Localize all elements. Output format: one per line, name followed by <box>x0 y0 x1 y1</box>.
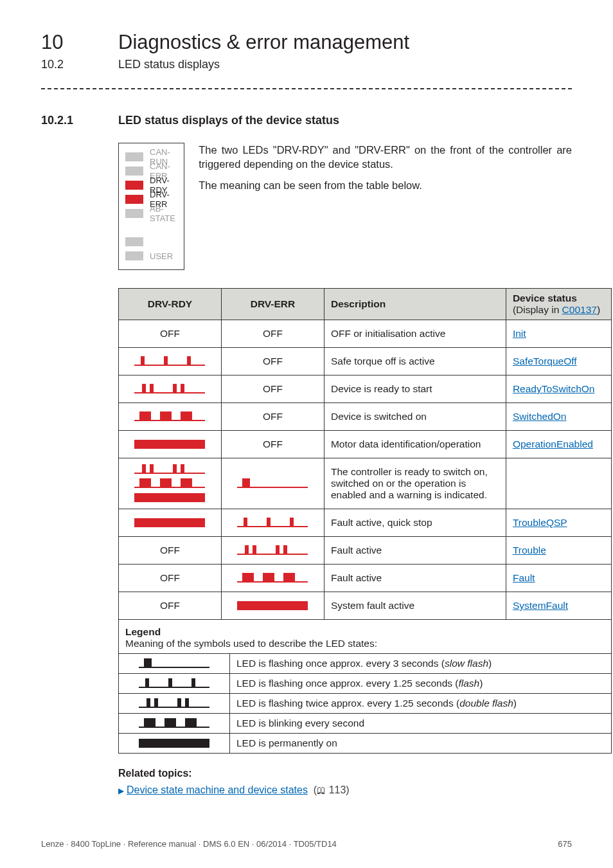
legend-row: LED is permanently on <box>119 734 611 754</box>
svg-rect-16 <box>173 464 177 473</box>
state-link[interactable]: SwitchedOn <box>513 411 567 422</box>
svg-rect-23 <box>134 493 205 502</box>
svg-rect-13 <box>134 440 205 449</box>
svg-rect-17 <box>181 464 184 473</box>
led-box <box>125 181 143 190</box>
svg-rect-27 <box>244 518 247 527</box>
link-device-state-machine[interactable]: Device state machine and device states <box>127 784 308 795</box>
cell-drv-rdy <box>119 348 222 375</box>
cell-drv-rdy <box>119 431 222 458</box>
svg-rect-26 <box>134 518 205 527</box>
related-item: ▶Device state machine and device states … <box>118 784 572 796</box>
legend-symbol <box>119 714 230 734</box>
svg-rect-15 <box>150 464 154 473</box>
svg-rect-10 <box>160 411 172 420</box>
footer-left: Lenze · 8400 TopLine · Reference manual … <box>41 839 337 849</box>
book-icon: 🕮 <box>317 785 326 795</box>
svg-rect-53 <box>164 718 176 727</box>
table-row: OFFMotor data identification/operationOp… <box>119 431 612 458</box>
cell-description: Device is switched on <box>324 403 506 431</box>
cell-drv-err <box>221 537 324 565</box>
table-row: OFFOFFOFF or initialisation activeInit <box>119 320 612 348</box>
state-link[interactable]: TroubleQSP <box>513 517 567 528</box>
table-row: OFFDevice is ready to startReadyToSwitch… <box>119 375 612 403</box>
svg-rect-0 <box>141 356 145 365</box>
legend-subtitle: Meaning of the symbols used to describe … <box>125 638 377 649</box>
legend-table: LED is flashing once approx. every 3 sec… <box>119 653 611 753</box>
state-link[interactable]: SafeTorqueOff <box>513 356 577 366</box>
page-ref: (🕮 113) <box>310 784 349 795</box>
svg-rect-19 <box>139 478 151 487</box>
table-row: OFFDevice is switched onSwitchedOn <box>119 403 612 431</box>
svg-rect-4 <box>142 384 146 393</box>
cell-drv-err: OFF <box>221 431 324 458</box>
cell-device-status: Init <box>506 320 611 348</box>
link-c00137[interactable]: C00137 <box>562 304 597 315</box>
svg-rect-56 <box>139 739 209 748</box>
legend-symbol <box>119 674 230 694</box>
triangle-icon: ▶ <box>118 786 124 795</box>
svg-rect-24 <box>242 478 250 487</box>
cell-drv-err: OFF <box>221 320 324 348</box>
state-link[interactable]: OperationEnabled <box>513 439 593 449</box>
cell-description: Fault active <box>324 565 506 592</box>
legend-title: Legend <box>125 626 161 637</box>
cell-drv-rdy: OFF <box>119 320 222 348</box>
chapter-title: Diagnostics & error management <box>118 31 409 53</box>
svg-rect-6 <box>173 384 177 393</box>
svg-rect-43 <box>145 678 149 687</box>
cell-drv-rdy <box>119 375 222 403</box>
svg-rect-54 <box>185 718 197 727</box>
cell-drv-err <box>221 565 324 592</box>
led-box <box>125 237 143 246</box>
svg-rect-49 <box>177 698 181 707</box>
intro-p2: The meaning can be seen from the table b… <box>199 178 572 192</box>
svg-rect-20 <box>160 478 172 487</box>
state-link[interactable]: Init <box>513 328 526 339</box>
legend-row: LED is flashing twice approx. every 1.25… <box>119 694 611 714</box>
legend-symbol <box>119 694 230 714</box>
led-panel-row <box>125 235 177 249</box>
th-device-status: Device status (Display in C00137) <box>506 289 611 320</box>
footer-pagenum: 675 <box>558 839 572 849</box>
svg-rect-9 <box>139 411 151 420</box>
intro-p1: The two LEDs "DRV-RDY" and "DRV-ERR" on … <box>199 143 572 172</box>
cell-drv-rdy: OFF <box>119 592 222 620</box>
state-link[interactable]: ReadyToSwitchOn <box>513 383 595 394</box>
svg-rect-21 <box>181 478 192 487</box>
svg-rect-38 <box>283 573 295 582</box>
subsection-title: LED status displays <box>118 58 220 71</box>
table-row: Fault active, quick stopTroubleQSP <box>119 509 612 537</box>
table-row: The controller is ready to switch on, sw… <box>119 458 612 509</box>
cell-device-status: OperationEnabled <box>506 431 611 458</box>
cell-drv-err <box>221 509 324 537</box>
led-label: AB-STATE <box>150 204 177 223</box>
cell-description: System fault active <box>324 592 506 620</box>
related-topics: Related topics: ▶Device state machine an… <box>118 768 572 796</box>
legend-symbol <box>119 654 230 674</box>
svg-rect-28 <box>267 518 271 527</box>
chapter-number: 10 <box>41 31 118 54</box>
section-heading: 10.2.1LED status displays of the device … <box>41 114 572 127</box>
led-box <box>125 195 143 204</box>
svg-rect-29 <box>290 518 294 527</box>
legend-header: Legend Meaning of the symbols used to de… <box>119 620 611 653</box>
led-panel-row: USER <box>125 249 177 263</box>
svg-rect-2 <box>187 356 191 365</box>
cell-drv-rdy: OFF <box>119 565 222 592</box>
state-link[interactable]: Trouble <box>513 545 546 556</box>
svg-rect-48 <box>154 698 158 707</box>
svg-rect-31 <box>245 545 249 554</box>
th-drv-err: DRV-ERR <box>221 289 324 320</box>
cell-device-status: Trouble <box>506 537 611 565</box>
state-link[interactable]: SystemFault <box>513 600 568 611</box>
cell-drv-err: OFF <box>221 403 324 431</box>
cell-description: OFF or initialisation active <box>324 320 506 348</box>
cell-device-status <box>506 458 611 509</box>
state-link[interactable]: Fault <box>513 572 535 583</box>
intro-text: The two LEDs "DRV-RDY" and "DRV-ERR" on … <box>199 143 572 270</box>
svg-rect-41 <box>144 658 152 667</box>
legend-text: LED is flashing once approx. every 1.25 … <box>230 674 612 694</box>
page-footer: Lenze · 8400 TopLine · Reference manual … <box>41 839 572 849</box>
svg-rect-14 <box>142 464 146 473</box>
